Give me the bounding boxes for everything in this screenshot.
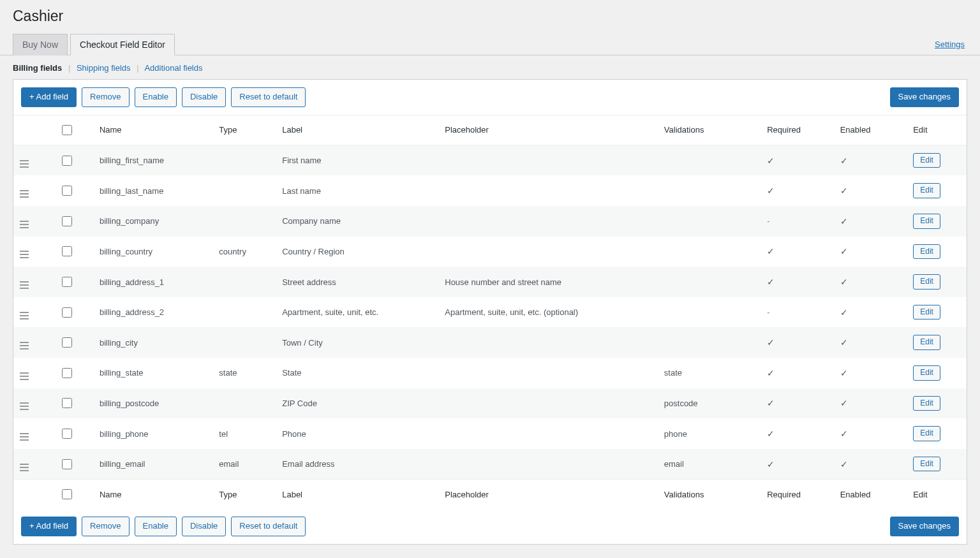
edit-row-button[interactable]: Edit — [913, 153, 940, 168]
field-label: Town / City — [276, 327, 438, 358]
tab-checkout-field-editor[interactable]: Checkout Field Editor — [70, 34, 175, 55]
disable-button[interactable]: Disable — [182, 517, 226, 536]
row-checkbox[interactable] — [62, 459, 72, 469]
check-icon: ✓ — [767, 337, 775, 348]
check-icon: ✓ — [840, 307, 848, 318]
reset-button[interactable]: Reset to default — [231, 517, 306, 536]
add-field-button[interactable]: + Add field — [21, 87, 77, 107]
edit-row-button[interactable]: Edit — [913, 305, 940, 320]
col-name: Name — [93, 480, 212, 510]
field-label: Apartment, suite, unit, etc. — [276, 297, 438, 328]
edit-row-button[interactable]: Edit — [913, 214, 940, 229]
field-type — [212, 388, 276, 419]
drag-handle-icon[interactable] — [20, 190, 29, 198]
check-icon: ✓ — [840, 459, 848, 469]
tab-buy-now[interactable]: Buy Now — [13, 34, 68, 55]
row-checkbox[interactable] — [62, 156, 72, 166]
edit-row-button[interactable]: Edit — [913, 183, 940, 198]
field-required: - — [761, 206, 834, 237]
drag-handle-icon[interactable] — [20, 402, 29, 410]
drag-handle-icon[interactable] — [20, 464, 29, 471]
field-name: billing_phone — [93, 418, 212, 449]
subnav-additional[interactable]: Additional fields — [144, 63, 202, 73]
edit-row-button[interactable]: Edit — [913, 274, 940, 290]
enable-button[interactable]: Enable — [135, 517, 177, 536]
field-validations — [658, 237, 761, 267]
check-icon: ✓ — [840, 186, 848, 196]
fields-table: Name Type Label Placeholder Validations … — [13, 115, 967, 510]
field-validations: postcode — [658, 388, 761, 419]
row-checkbox[interactable] — [62, 277, 72, 287]
table-row: billing_phonetelPhonephone✓✓Edit — [13, 418, 967, 449]
field-placeholder — [438, 358, 658, 388]
drag-handle-icon[interactable] — [20, 221, 29, 228]
table-row: billing_address_1Street addressHouse num… — [13, 267, 967, 297]
field-type — [212, 175, 276, 206]
save-changes-button[interactable]: Save changes — [890, 87, 959, 107]
drag-handle-icon[interactable] — [20, 372, 29, 380]
field-required: ✓ — [761, 449, 834, 480]
enable-button[interactable]: Enable — [135, 87, 177, 107]
select-all-top[interactable] — [62, 125, 72, 135]
add-field-button[interactable]: + Add field — [21, 517, 77, 536]
field-enabled: ✓ — [834, 237, 907, 267]
col-required: Required — [761, 115, 834, 145]
row-checkbox[interactable] — [62, 216, 72, 226]
table-row: billing_statestateStatestate✓✓Edit — [13, 358, 967, 388]
row-checkbox[interactable] — [62, 398, 72, 408]
check-icon: ✓ — [840, 277, 848, 287]
table-row: billing_postcodeZIP Codepostcode✓✓Edit — [13, 388, 967, 419]
field-label: Email address — [276, 449, 438, 480]
disable-button[interactable]: Disable — [182, 87, 226, 107]
drag-handle-icon[interactable] — [20, 160, 29, 168]
field-placeholder — [438, 145, 658, 175]
field-label: ZIP Code — [276, 388, 438, 419]
field-label: Company name — [276, 206, 438, 237]
edit-row-button[interactable]: Edit — [913, 426, 940, 441]
edit-row-button[interactable]: Edit — [913, 365, 940, 381]
subnav-billing[interactable]: Billing fields — [13, 63, 62, 73]
field-type — [212, 267, 276, 297]
field-label: First name — [276, 145, 438, 175]
edit-row-button[interactable]: Edit — [913, 244, 940, 260]
remove-button[interactable]: Remove — [82, 87, 129, 107]
drag-handle-icon[interactable] — [20, 312, 29, 319]
settings-link[interactable]: Settings — [935, 40, 967, 49]
edit-row-button[interactable]: Edit — [913, 457, 940, 472]
remove-button[interactable]: Remove — [82, 517, 129, 536]
row-checkbox[interactable] — [62, 337, 72, 348]
col-placeholder: Placeholder — [438, 115, 658, 145]
select-all-bottom[interactable] — [62, 489, 72, 499]
edit-row-button[interactable]: Edit — [913, 396, 940, 411]
drag-handle-icon[interactable] — [20, 433, 29, 441]
field-placeholder: Apartment, suite, unit, etc. (optional) — [438, 297, 658, 328]
reset-button[interactable]: Reset to default — [231, 87, 306, 107]
field-enabled: ✓ — [834, 145, 907, 175]
row-checkbox[interactable] — [62, 368, 72, 378]
table-row: billing_cityTown / City✓✓Edit — [13, 327, 967, 358]
field-required: ✓ — [761, 358, 834, 388]
field-label: State — [276, 358, 438, 388]
check-icon: ✓ — [840, 429, 848, 439]
row-checkbox[interactable] — [62, 429, 72, 439]
table-row: billing_countrycountryCountry / Region✓✓… — [13, 237, 967, 267]
field-type: tel — [212, 418, 276, 449]
field-name: billing_address_2 — [93, 297, 212, 328]
row-checkbox[interactable] — [62, 307, 72, 318]
field-validations: state — [658, 358, 761, 388]
check-icon: ✓ — [767, 156, 775, 166]
row-checkbox[interactable] — [62, 246, 72, 256]
row-checkbox[interactable] — [62, 186, 72, 196]
check-icon: ✓ — [840, 398, 848, 408]
drag-handle-icon[interactable] — [20, 281, 29, 289]
field-label: Last name — [276, 175, 438, 206]
save-changes-button[interactable]: Save changes — [890, 517, 959, 536]
drag-handle-icon[interactable] — [20, 342, 29, 349]
table-row: billing_last_nameLast name✓✓Edit — [13, 175, 967, 206]
dash-icon: - — [767, 216, 769, 226]
field-type — [212, 206, 276, 237]
field-name: billing_first_name — [93, 145, 212, 175]
subnav-shipping[interactable]: Shipping fields — [77, 63, 131, 73]
edit-row-button[interactable]: Edit — [913, 335, 940, 350]
drag-handle-icon[interactable] — [20, 251, 29, 258]
